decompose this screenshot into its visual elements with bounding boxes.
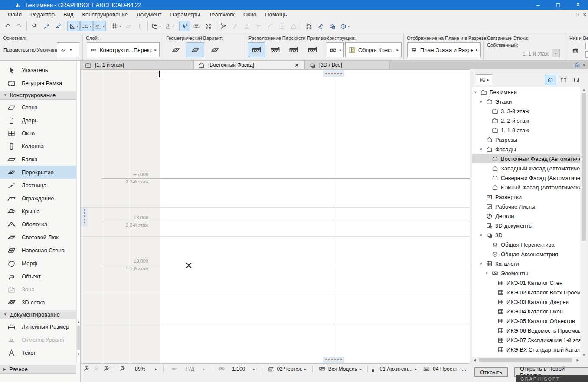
tool-object[interactable]: Объект bbox=[0, 270, 80, 283]
edit-plane-alt-button[interactable] bbox=[134, 21, 146, 31]
pen-set-control[interactable]: 01 Архитект... ▸ bbox=[368, 364, 419, 374]
scroll-left-icon[interactable]: ◀ bbox=[474, 359, 476, 362]
guide-lines-button[interactable] bbox=[80, 21, 93, 31]
tree-story-3[interactable]: 3. 3-й этаж bbox=[472, 106, 580, 116]
tab-east-elevation[interactable]: [Восточный Фасад] ✕ bbox=[194, 61, 305, 69]
open-button[interactable]: Открыть bbox=[474, 367, 508, 377]
tree-axonometry[interactable]: Общая Аксонометрия bbox=[472, 249, 580, 259]
adjust-button[interactable] bbox=[229, 21, 241, 31]
tool-skylight[interactable]: Световой Люк bbox=[0, 231, 80, 244]
cursor-snap-button[interactable] bbox=[179, 21, 190, 31]
bottom-offset-field[interactable] bbox=[585, 51, 588, 58]
tool-dimension[interactable]: 1.2Линейный Размер bbox=[0, 320, 80, 333]
view-map-button[interactable] bbox=[558, 75, 569, 85]
tool-railing[interactable]: Ограждение bbox=[0, 192, 80, 205]
scrollbar-thumb[interactable] bbox=[582, 93, 586, 241]
tab-close-icon[interactable]: ✕ bbox=[293, 62, 301, 69]
tool-text[interactable]: Текст bbox=[0, 346, 80, 359]
menu-options[interactable]: Параметры bbox=[166, 10, 205, 19]
bimcloud-button[interactable] bbox=[327, 21, 338, 31]
zoom-redo-icon[interactable] bbox=[93, 365, 100, 372]
tree-stories[interactable]: ∨ Этажи bbox=[472, 97, 580, 106]
layout-book-button[interactable] bbox=[571, 75, 582, 85]
restore-button[interactable]: ◻ bbox=[548, 0, 568, 10]
menu-edit[interactable]: Редактор bbox=[26, 10, 59, 19]
tool-zone[interactable]: Зона bbox=[0, 283, 80, 296]
tool-door[interactable]: Дверь bbox=[0, 114, 80, 127]
edit-plane-button[interactable] bbox=[123, 21, 134, 31]
zoom-control[interactable]: 89% ▸ bbox=[112, 364, 163, 374]
layer-button[interactable]: Конструкти...Перекрытия ▸ bbox=[87, 42, 160, 57]
edit-selection-button[interactable] bbox=[303, 21, 314, 31]
menu-document[interactable]: Документ bbox=[132, 10, 166, 19]
align-button[interactable] bbox=[241, 21, 252, 31]
tree-sched-explication[interactable]: ИКЭ-07 Экспликация 1-й этаж bbox=[472, 335, 580, 345]
measure-button[interactable]: 12 bbox=[191, 21, 202, 31]
refplane-core-top-button[interactable] bbox=[285, 42, 303, 57]
elevation-marker-line[interactable] bbox=[84, 209, 85, 225]
chevron-icon[interactable]: ∨ bbox=[485, 271, 491, 275]
undo-button[interactable]: ↶ bbox=[2, 21, 13, 31]
tree-details[interactable]: Детали bbox=[472, 211, 580, 221]
bottom-top-button[interactable] bbox=[568, 43, 583, 58]
fillet-button[interactable] bbox=[265, 21, 276, 31]
geometry-rotated-button[interactable] bbox=[206, 42, 224, 57]
grid-snap-button[interactable] bbox=[110, 21, 122, 31]
tool-level-dimension[interactable]: Отметка Уровня bbox=[0, 333, 80, 346]
virtual-trace-button[interactable] bbox=[150, 21, 162, 31]
tree-3d[interactable]: ∨ 3D bbox=[472, 230, 580, 240]
scroll-down-icon[interactable]: ▼ bbox=[77, 353, 80, 356]
building-material-button[interactable]: Общая Конст... ▸ bbox=[345, 42, 402, 57]
tree-sched-doors[interactable]: ИКЭ-03 Каталог Дверей bbox=[472, 297, 580, 307]
tool-stair[interactable]: Лестница bbox=[0, 179, 80, 192]
toolbox-section-document[interactable]: ▼ Документирование bbox=[0, 310, 76, 319]
scrollbar-thumb[interactable] bbox=[479, 358, 572, 362]
tool-window[interactable]: Окно bbox=[0, 127, 80, 140]
elevation-marker-line[interactable] bbox=[325, 73, 343, 74]
zoom-in-icon[interactable] bbox=[103, 365, 110, 372]
tool-beam[interactable]: Балка bbox=[0, 153, 80, 166]
tool-marquee[interactable]: Бегущая Рамка bbox=[0, 76, 80, 89]
tree-elev-west[interactable]: Западный Фасад (Автоматически П bbox=[472, 163, 580, 173]
tool-slab[interactable]: Перекрытие bbox=[0, 166, 80, 179]
tool-roof[interactable]: Крыша bbox=[0, 205, 80, 218]
menu-design[interactable]: Конструирование bbox=[78, 10, 132, 19]
geometry-rectangle-button[interactable] bbox=[186, 42, 204, 57]
toolbox-section-misc[interactable]: ▶ Разное bbox=[0, 365, 76, 374]
mdi-close-button[interactable]: × bbox=[583, 11, 586, 18]
tool-curtain-wall[interactable]: Навесная Стена bbox=[0, 244, 80, 257]
tree-sched-walls[interactable]: ИКЭ-01 Каталог Стен bbox=[472, 278, 580, 287]
quick-select-button[interactable] bbox=[29, 21, 40, 31]
tree-elev-south[interactable]: Южный Фасад (Автоматически Пе bbox=[472, 183, 580, 192]
tree-project[interactable]: ∨ Без имени bbox=[472, 87, 580, 97]
layer-combination-control[interactable]: 02 Чертеж ▸ bbox=[261, 364, 312, 374]
modify-home-story-button[interactable] bbox=[288, 21, 299, 31]
split-button[interactable] bbox=[218, 21, 229, 31]
tool-wall[interactable]: Стена bbox=[0, 101, 80, 114]
tool-shell[interactable]: Оболочка bbox=[0, 218, 80, 231]
intersect-button[interactable] bbox=[253, 21, 264, 31]
resize-button[interactable] bbox=[276, 21, 287, 31]
scrollbar-thumb[interactable] bbox=[77, 325, 80, 350]
inject-parameters-button[interactable] bbox=[52, 21, 63, 31]
tree-sched-standard[interactable]: ИКЭ-ВХ Стандартный Каталог В bbox=[472, 345, 580, 354]
chevron-icon[interactable]: ∨ bbox=[480, 147, 486, 151]
default-settings-button[interactable]: ▾ bbox=[57, 42, 79, 57]
navigator-horizontal-scrollbar[interactable]: ◀ ▶ bbox=[472, 357, 580, 363]
project-chooser-button[interactable]: ▸ bbox=[476, 74, 492, 85]
project-map-button[interactable] bbox=[545, 75, 556, 85]
pickup-parameters-button[interactable] bbox=[40, 21, 52, 31]
tree-sched-windows[interactable]: ИКЭ-04 Каталог Окон bbox=[472, 307, 580, 316]
menu-teamwork[interactable]: Teamwork bbox=[205, 10, 239, 19]
tree-story-2[interactable]: 2. 2-й этаж bbox=[472, 116, 580, 125]
minimize-button[interactable]: – bbox=[528, 0, 548, 10]
tree-elev-east[interactable]: Восточный Фасад (Автоматически bbox=[472, 154, 580, 163]
tree-story-1[interactable]: 1. 1-й этаж bbox=[472, 125, 580, 135]
toolbox-section-design[interactable]: ▼ Конструирование bbox=[0, 91, 76, 100]
tool-morph[interactable]: Морф bbox=[0, 257, 80, 270]
tool-column[interactable]: Колонна bbox=[0, 140, 80, 153]
scale-control[interactable]: 1:100 ▸ bbox=[212, 364, 261, 374]
scroll-up-icon[interactable]: ▲ bbox=[582, 88, 585, 91]
structure-type-button[interactable]: ▸ bbox=[327, 42, 344, 57]
redo-button[interactable]: ↷ bbox=[13, 21, 25, 31]
